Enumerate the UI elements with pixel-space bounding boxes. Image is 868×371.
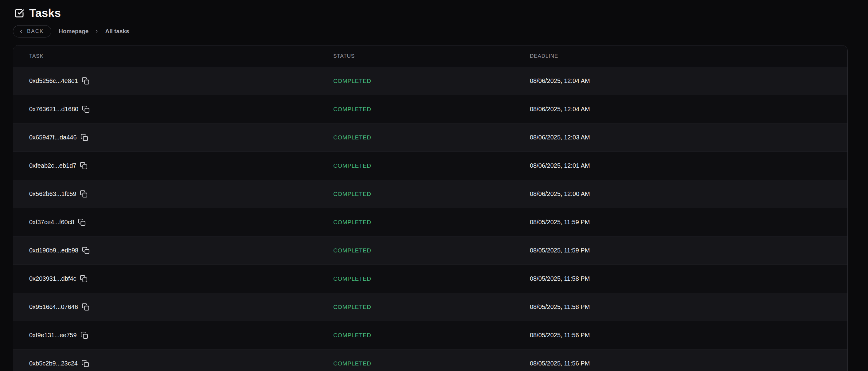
task-id: 0x562b63...1fc59 [29,190,76,197]
table-row[interactable]: 0xfeab2c...eb1d7 COMPLETED 08/06/2025, 1… [13,152,847,180]
copy-task-id-button[interactable] [82,360,89,367]
status-badge: COMPLETED [317,332,514,339]
deadline-cell: 08/05/2025, 11:56 PM [514,360,847,367]
column-header-status: STATUS [317,53,514,59]
copy-task-id-button[interactable] [80,162,88,169]
status-badge: COMPLETED [317,304,514,310]
page-header: Tasks [0,0,868,20]
copy-icon [82,105,90,113]
task-cell: 0xd5256c...4e8e1 [13,77,317,85]
copy-task-id-button[interactable] [82,105,90,113]
copy-icon [80,190,88,198]
status-badge: COMPLETED [317,162,514,169]
deadline-cell: 08/06/2025, 12:04 AM [514,78,847,85]
status-badge: COMPLETED [317,134,514,141]
status-badge: COMPLETED [317,247,514,254]
copy-task-id-button[interactable] [81,331,88,339]
task-cell: 0x562b63...1fc59 [13,190,317,198]
copy-icon [81,133,88,141]
copy-icon [78,218,86,226]
task-cell: 0x203931...dbf4c [13,275,317,283]
chevron-right-icon [95,29,99,33]
task-cell: 0xf9e131...ee759 [13,331,317,339]
task-id: 0x9516c4...07646 [29,303,78,310]
status-badge: COMPLETED [317,78,514,85]
back-button-label: BACK [27,28,43,34]
copy-icon [82,77,89,85]
tasks-page: Tasks BACK Homepage All tasks TASK STATU… [0,0,868,371]
status-badge: COMPLETED [317,219,514,226]
deadline-cell: 08/05/2025, 11:56 PM [514,332,847,339]
nav-row: BACK Homepage All tasks [13,25,868,37]
table-row[interactable]: 0xf37ce4...f60c8 COMPLETED 08/05/2025, 1… [13,208,847,237]
task-cell: 0xb5c2b9...23c24 [13,360,317,367]
deadline-cell: 08/05/2025, 11:58 PM [514,275,847,282]
page-title: Tasks [29,7,61,20]
table-row[interactable]: 0x763621...d1680 COMPLETED 08/06/2025, 1… [13,95,847,123]
copy-task-id-button[interactable] [82,77,89,85]
task-cell: 0xd190b9...edb98 [13,247,317,254]
task-id: 0xd190b9...edb98 [29,247,78,254]
deadline-cell: 08/06/2025, 12:00 AM [514,190,847,197]
column-header-deadline: DEADLINE [514,53,847,59]
task-cell: 0xf37ce4...f60c8 [13,218,317,226]
column-header-task: TASK [13,53,317,59]
copy-icon [80,275,88,283]
copy-icon [81,331,88,339]
task-id: 0xb5c2b9...23c24 [29,360,78,367]
copy-icon [82,303,89,311]
copy-task-id-button[interactable] [80,275,88,283]
status-badge: COMPLETED [317,106,514,113]
check-square-icon [14,8,24,18]
table-header: TASK STATUS DEADLINE [13,45,847,67]
copy-task-id-button[interactable] [81,133,88,141]
status-badge: COMPLETED [317,276,514,282]
breadcrumb-all-tasks: All tasks [105,28,129,35]
deadline-cell: 08/06/2025, 12:03 AM [514,134,847,141]
table-row[interactable]: 0x65947f...da446 COMPLETED 08/06/2025, 1… [13,123,847,152]
table-body: 0xd5256c...4e8e1 COMPLETED 08/06/2025, 1… [13,67,847,371]
status-badge: COMPLETED [317,191,514,197]
task-id: 0x203931...dbf4c [29,275,76,282]
table-row[interactable]: 0x203931...dbf4c COMPLETED 08/05/2025, 1… [13,265,847,293]
copy-task-id-button[interactable] [82,303,89,311]
task-id: 0xd5256c...4e8e1 [29,78,78,85]
task-id: 0xf37ce4...f60c8 [29,219,74,226]
task-id: 0x65947f...da446 [29,134,77,141]
table-row[interactable]: 0x562b63...1fc59 COMPLETED 08/06/2025, 1… [13,180,847,208]
copy-icon [80,162,88,169]
table-row[interactable]: 0xb5c2b9...23c24 COMPLETED 08/05/2025, 1… [13,349,847,371]
breadcrumb-homepage[interactable]: Homepage [59,28,89,35]
deadline-cell: 08/06/2025, 12:04 AM [514,106,847,113]
task-id: 0xfeab2c...eb1d7 [29,162,76,169]
status-badge: COMPLETED [317,360,514,367]
table-row[interactable]: 0xd190b9...edb98 COMPLETED 08/05/2025, 1… [13,237,847,265]
deadline-cell: 08/05/2025, 11:58 PM [514,303,847,310]
task-id: 0xf9e131...ee759 [29,332,77,339]
task-cell: 0xfeab2c...eb1d7 [13,162,317,169]
copy-task-id-button[interactable] [78,218,86,226]
task-cell: 0x9516c4...07646 [13,303,317,311]
table-row[interactable]: 0xd5256c...4e8e1 COMPLETED 08/06/2025, 1… [13,67,847,95]
deadline-cell: 08/06/2025, 12:01 AM [514,162,847,169]
task-cell: 0x763621...d1680 [13,105,317,113]
copy-task-id-button[interactable] [80,190,88,198]
copy-task-id-button[interactable] [82,247,90,254]
copy-icon [82,247,90,254]
table-row[interactable]: 0xf9e131...ee759 COMPLETED 08/05/2025, 1… [13,321,847,349]
deadline-cell: 08/05/2025, 11:59 PM [514,219,847,226]
chevron-left-icon [19,29,23,34]
deadline-cell: 08/05/2025, 11:59 PM [514,247,847,254]
task-id: 0x763621...d1680 [29,106,78,113]
tasks-table-card: TASK STATUS DEADLINE 0xd5256c...4e8e1 CO… [13,45,848,371]
back-button[interactable]: BACK [13,25,51,37]
table-row[interactable]: 0x9516c4...07646 COMPLETED 08/05/2025, 1… [13,293,847,321]
breadcrumb: Homepage All tasks [59,28,129,35]
task-cell: 0x65947f...da446 [13,133,317,141]
copy-icon [82,360,89,367]
